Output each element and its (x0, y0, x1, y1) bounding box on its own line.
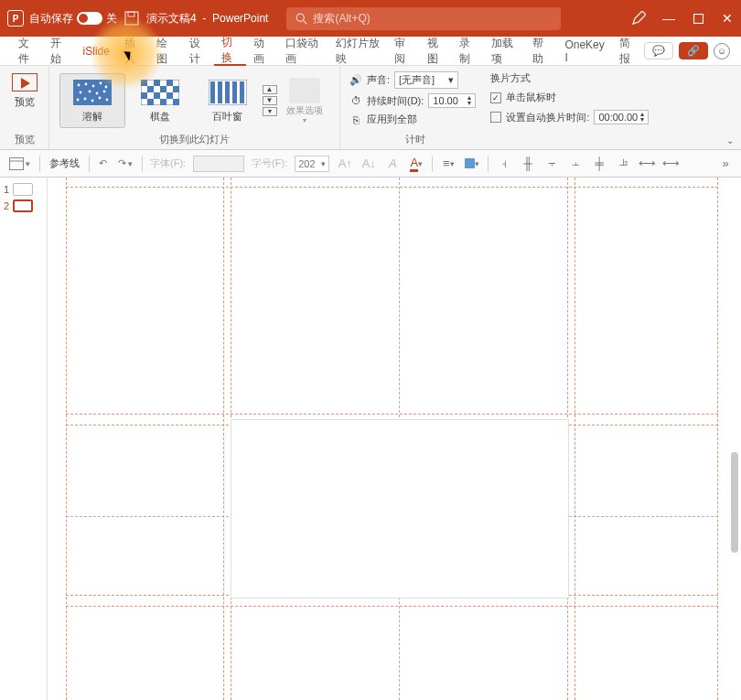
ribbon: 预览 预览 溶解 棋盘 百叶窗 (0, 66, 741, 150)
font-color-icon[interactable]: A▾ (408, 156, 424, 172)
font-size-dropdown[interactable]: 202▾ (295, 156, 329, 172)
preview-icon (12, 73, 38, 92)
svg-rect-38 (240, 81, 244, 103)
svg-rect-4 (693, 14, 703, 23)
account-icon[interactable]: ☺ (714, 43, 730, 59)
svg-point-19 (105, 98, 108, 101)
svg-rect-34 (210, 81, 215, 103)
qb-undo[interactable]: ↶ (97, 156, 109, 171)
autosave-toggle-group[interactable]: 自动保存 关 (29, 11, 117, 27)
duration-input[interactable]: 10.00▴▾ (428, 93, 476, 108)
search-box[interactable]: 搜索(Alt+Q) (286, 7, 561, 30)
svg-rect-22 (154, 80, 160, 86)
apply-all-button[interactable]: ⎘ 应用到全部 (349, 113, 476, 126)
thumbnail-2[interactable]: 2 (0, 198, 47, 214)
tab-view[interactable]: 视图 (420, 37, 452, 66)
save-icon[interactable] (124, 11, 139, 26)
slide-content-box[interactable] (231, 419, 569, 598)
comments-button[interactable]: 💬 (644, 42, 673, 59)
svg-line-3 (304, 20, 307, 24)
qb-overflow[interactable]: » (717, 156, 734, 172)
tab-home[interactable]: 开始 (43, 37, 75, 66)
font-style-icon[interactable]: A (384, 156, 401, 172)
tab-design[interactable]: 设计 (182, 37, 214, 66)
svg-point-10 (104, 85, 107, 88)
tab-pocket-anim[interactable]: 口袋动画 (278, 37, 328, 66)
on-click-checkbox[interactable]: ✓ (490, 92, 501, 103)
ribbon-collapse-button[interactable]: ⌄ (719, 132, 741, 149)
font-name-dropdown[interactable] (193, 156, 244, 172)
svg-point-8 (91, 84, 94, 87)
svg-rect-24 (147, 86, 154, 92)
tab-record[interactable]: 录制 (452, 37, 484, 66)
tab-draw[interactable]: 绘图 (149, 37, 181, 66)
transition-dissolve[interactable]: 溶解 (59, 73, 125, 128)
align-right-icon[interactable]: ⫟ (543, 156, 560, 172)
increase-font-icon[interactable]: A↑ (337, 156, 353, 172)
maximize-button[interactable] (692, 12, 704, 25)
auto-advance-time[interactable]: 00:00.00▴▾ (594, 110, 649, 124)
qb-layout-icon[interactable]: ▾ (7, 156, 32, 172)
tab-transitions[interactable]: 切换 (214, 37, 246, 66)
decrease-font-icon[interactable]: A↓ (360, 156, 377, 172)
fontsize-label: 字号(F): (252, 156, 287, 170)
thumbnail-1[interactable]: 1 (0, 181, 47, 198)
qb-redo[interactable]: ↷▾ (116, 156, 134, 171)
vertical-scrollbar[interactable] (731, 452, 738, 553)
document-title: 演示文稿4 - PowerPoint (146, 11, 268, 27)
guide-v (66, 178, 67, 700)
guide-v (223, 178, 224, 700)
align-icon[interactable]: ≡▾ (440, 156, 456, 172)
slide-canvas[interactable] (48, 178, 741, 700)
minimize-button[interactable]: — (662, 12, 675, 25)
distribute-v-icon[interactable]: ⟷ (662, 156, 679, 172)
auto-advance-checkbox[interactable] (490, 112, 501, 123)
tab-islide[interactable]: iSlide (76, 37, 117, 66)
guide-h (66, 606, 718, 607)
tab-onekey[interactable]: OneKey I (557, 37, 611, 66)
tab-help[interactable]: 帮助 (525, 37, 557, 66)
preview-label: 预览 (15, 95, 35, 109)
distribute-h-icon[interactable]: ⟷ (639, 156, 655, 172)
share-button[interactable]: 🔗 (679, 42, 708, 59)
align-top-icon[interactable]: ⫠ (567, 156, 584, 172)
qb-guides[interactable]: 参考线 (48, 155, 81, 172)
svg-rect-39 (10, 157, 24, 169)
auto-advance-label: 设置自动换片时间: (506, 111, 589, 124)
close-button[interactable]: ✕ (721, 12, 734, 25)
tab-file[interactable]: 文件 (11, 37, 43, 66)
tab-addins[interactable]: 加载项 (484, 37, 525, 66)
guide-v (575, 178, 575, 700)
svg-rect-36 (225, 81, 230, 103)
svg-rect-32 (173, 99, 179, 105)
tab-slideshow[interactable]: 幻灯片放映 (328, 37, 387, 66)
align-left-icon[interactable]: ⫞ (496, 156, 512, 172)
search-icon (295, 13, 307, 25)
search-placeholder: 搜索(Alt+Q) (313, 11, 370, 27)
svg-point-11 (79, 91, 81, 93)
window-controls: — ✕ (631, 11, 734, 26)
tab-brief[interactable]: 简报 (612, 37, 644, 66)
tab-animations[interactable]: 动画 (246, 37, 278, 66)
preview-button[interactable]: 预览 (3, 70, 47, 113)
align-middle-icon[interactable]: ╪ (591, 156, 607, 172)
thumbnail-panel: 1 2 (0, 178, 48, 700)
tab-review[interactable]: 审阅 (387, 37, 419, 66)
main-area: 1 2 (0, 178, 741, 700)
transition-checker[interactable]: 棋盘 (127, 73, 193, 128)
sound-dropdown[interactable]: [无声音]▾ (394, 71, 458, 89)
transition-blinds[interactable]: 百叶窗 (195, 73, 261, 128)
align-bottom-icon[interactable]: ⫡ (615, 156, 631, 172)
transitions-more[interactable]: ▲▼▾ (263, 85, 277, 116)
pencil-icon[interactable] (631, 11, 646, 26)
svg-rect-25 (160, 86, 166, 92)
svg-rect-21 (141, 80, 147, 86)
svg-rect-29 (166, 92, 173, 99)
shape-fill-icon[interactable]: ▾ (464, 156, 480, 172)
app-icon: P (7, 10, 24, 27)
autosave-switch[interactable] (77, 12, 102, 25)
tab-insert[interactable]: 插入 (117, 37, 149, 66)
align-center-h-icon[interactable]: ╫ (520, 156, 536, 172)
effect-options-label: 效果选项 (286, 105, 323, 116)
svg-rect-0 (125, 12, 138, 25)
